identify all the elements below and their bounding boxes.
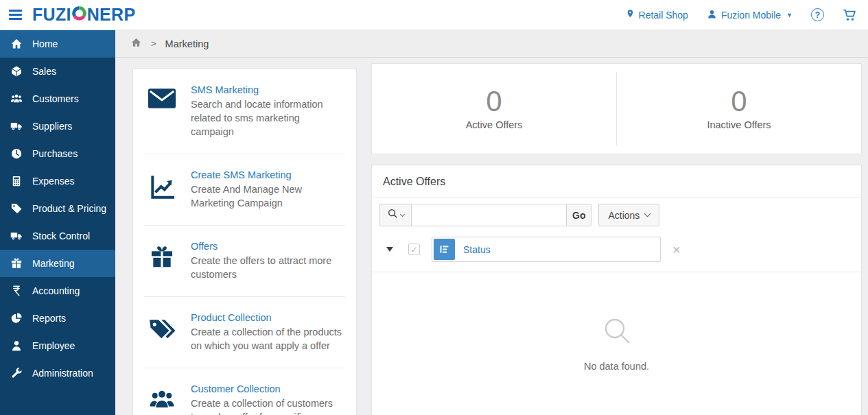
chevron-down-icon	[644, 211, 651, 217]
cart-icon[interactable]	[843, 9, 856, 21]
location-pin-icon	[626, 8, 635, 21]
sidebar-item-accounting[interactable]: Accounting	[0, 277, 115, 305]
brand-logo[interactable]: FUZI NERP	[32, 5, 135, 25]
truck-icon	[10, 230, 23, 242]
menu-item-customer-collection[interactable]: Customer Collection Create a collection …	[133, 368, 356, 415]
sidebar-item-stock-control[interactable]: Stock Control	[0, 222, 115, 250]
location-selector[interactable]: Retail Shop	[626, 8, 688, 21]
menu-item-title[interactable]: Create SMS Marketing	[191, 169, 344, 180]
menu-item-title[interactable]: Customer Collection	[191, 383, 344, 394]
breadcrumb-home-icon[interactable]	[130, 37, 142, 50]
sidebar-item-home[interactable]: Home	[0, 30, 115, 58]
report-toolbar: Go Actions	[372, 198, 861, 226]
active-offers-card: Active Offers Go Actions ✓ Status ×	[371, 165, 862, 415]
sidebar-item-label: Product & Pricing	[32, 203, 106, 214]
breadcrumb: > Marketing	[115, 30, 868, 58]
breadcrumb-separator: >	[151, 38, 156, 49]
user-label: Fuzion Mobile	[721, 10, 781, 21]
section-title: Active Offers	[372, 165, 861, 198]
sidebar-item-label: Administration	[32, 368, 93, 379]
stat-inactive-offers: 0 Inactive Offers	[617, 64, 861, 154]
sidebar-item-customers[interactable]: Customers	[0, 85, 115, 112]
chevron-down-icon	[399, 212, 404, 217]
filter-checkbox[interactable]: ✓	[408, 244, 420, 255]
sidebar-item-marketing[interactable]: Marketing	[0, 250, 115, 277]
location-label: Retail Shop	[639, 10, 688, 21]
sidebar-item-purchases[interactable]: Purchases	[0, 140, 115, 167]
help-icon[interactable]: ?	[811, 8, 824, 21]
sidebar-item-suppliers[interactable]: Suppliers	[0, 112, 115, 140]
main-content: SMS Marketing Search and locate informat…	[115, 58, 868, 415]
sidebar-item-label: Employee	[32, 340, 75, 351]
actions-button[interactable]: Actions	[598, 204, 659, 226]
menu-item-description: Create the offers to attract more custom…	[191, 254, 344, 281]
menu-item-create-sms-marketing[interactable]: Create SMS Marketing Create And Manage N…	[133, 154, 356, 225]
search-options-button[interactable]	[379, 204, 412, 226]
empty-state: No data found.	[372, 315, 861, 372]
go-button[interactable]: Go	[567, 204, 591, 226]
stat-label: Active Offers	[466, 119, 523, 130]
offers-stats-card: 0 Active Offers 0 Inactive Offers	[371, 63, 862, 154]
clock-icon	[10, 147, 23, 160]
calculator-icon	[10, 175, 23, 187]
wrench-icon	[10, 367, 23, 379]
sidebar-item-label: Home	[32, 38, 58, 49]
app-header: FUZI NERP Retail Shop Fuzion Mobile ▼ ?	[0, 0, 868, 30]
sidebar-item-product-pricing[interactable]: Product & Pricing	[0, 195, 115, 222]
sidebar-item-label: Suppliers	[32, 121, 72, 132]
rupee-icon	[10, 285, 23, 297]
sidebar-item-label: Purchases	[32, 148, 78, 159]
caret-down-icon: ▼	[786, 12, 793, 19]
header-actions: Retail Shop Fuzion Mobile ▼ ?	[626, 8, 868, 21]
marketing-menu-card: SMS Marketing Search and locate informat…	[132, 69, 357, 415]
pie-chart-icon	[10, 312, 23, 324]
home-icon	[10, 38, 23, 50]
stat-value: 0	[486, 87, 502, 116]
menu-item-description: Create a collection of customers to appl…	[191, 396, 344, 415]
filter-pill[interactable]: Status	[432, 237, 661, 262]
sidebar-nav: Home Sales Customers Suppliers Purchases…	[0, 30, 115, 415]
search-icon	[388, 209, 398, 222]
filter-list-icon	[434, 239, 455, 260]
tags-icon	[133, 312, 191, 353]
actions-label: Actions	[608, 210, 640, 221]
breadcrumb-current: Marketing	[165, 38, 209, 49]
sidebar-item-administration[interactable]: Administration	[0, 359, 115, 387]
menu-item-title[interactable]: Offers	[191, 241, 344, 252]
truck-icon	[10, 120, 23, 132]
stat-active-offers: 0 Active Offers	[372, 64, 616, 154]
sidebar-item-employee[interactable]: Employee	[0, 332, 115, 359]
empty-message: No data found.	[584, 361, 649, 372]
user-menu[interactable]: Fuzion Mobile ▼	[707, 9, 793, 21]
menu-item-description: Search and locate information related to…	[191, 97, 344, 139]
gift-icon	[10, 257, 23, 270]
sidebar-item-expenses[interactable]: Expenses	[0, 167, 115, 195]
envelope-icon	[133, 84, 191, 139]
users-icon	[10, 93, 23, 105]
filter-row: ✓ Status ×	[372, 237, 861, 272]
stat-value: 0	[731, 87, 747, 116]
sidebar-item-label: Sales	[32, 66, 56, 77]
search-input[interactable]	[412, 204, 567, 226]
menu-item-offers[interactable]: Offers Create the offers to attract more…	[133, 226, 356, 296]
menu-icon[interactable]	[9, 8, 22, 22]
sidebar-item-reports[interactable]: Reports	[0, 305, 115, 332]
menu-item-title[interactable]: SMS Marketing	[191, 84, 344, 95]
cube-icon	[10, 65, 23, 78]
line-chart-icon	[133, 169, 191, 210]
filter-label: Status	[463, 244, 491, 255]
menu-item-sms-marketing[interactable]: SMS Marketing Search and locate informat…	[133, 69, 356, 154]
menu-item-title[interactable]: Product Collection	[191, 312, 344, 323]
expand-triangle-icon[interactable]	[386, 247, 393, 252]
gift-icon	[133, 241, 191, 281]
menu-item-product-collection[interactable]: Product Collection Create a collection o…	[133, 297, 356, 368]
sidebar-item-label: Expenses	[32, 176, 74, 187]
search-empty-icon	[601, 315, 633, 349]
sidebar-item-label: Customers	[32, 93, 79, 104]
user-icon	[707, 9, 717, 21]
stat-label: Inactive Offers	[707, 119, 771, 130]
close-icon[interactable]: ×	[672, 243, 681, 257]
sidebar-item-sales[interactable]: Sales	[0, 58, 115, 85]
menu-item-description: Create a collection of the products on w…	[191, 325, 344, 353]
sidebar-item-label: Marketing	[32, 258, 74, 269]
